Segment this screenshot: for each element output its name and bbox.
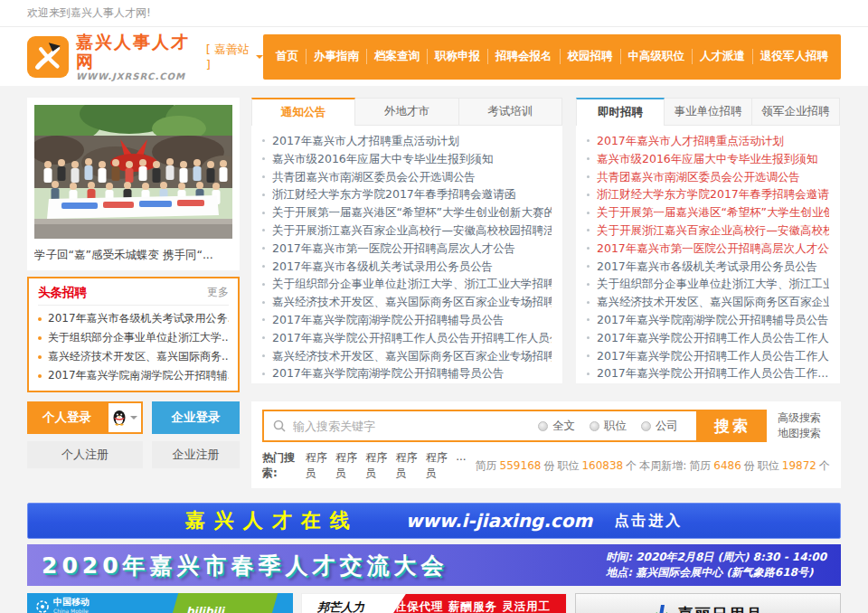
logo-icon — [30, 39, 66, 75]
site-title-block: 嘉兴人事人才网 WWW.JXRSRC.COM — [76, 32, 197, 81]
notice-item[interactable]: 嘉兴经济技术开发区、嘉兴国际商务区百家企业专场招聘会公告 — [262, 293, 552, 311]
job-fair-banner[interactable]: 2020年嘉兴市春季人才交流大会 时间: 2020年2月8日 (周六) 8:30… — [27, 544, 841, 586]
radio-icon[interactable] — [590, 421, 599, 431]
hot-word[interactable]: 程序员 — [365, 450, 389, 481]
hot-word[interactable]: 程序员 — [396, 450, 420, 481]
jobs-tab[interactable]: 领军企业招聘 — [752, 98, 840, 126]
search-button[interactable]: 搜索 — [698, 410, 767, 442]
company-login-button[interactable]: 企业登录 — [152, 401, 240, 434]
news-photo-card[interactable]: 学子回“嘉”感受禾城蝶变 携手同“... — [27, 98, 240, 270]
bangmang-line1: 社保代理 薪酬服务 灵活用工 — [395, 599, 552, 613]
radio-icon[interactable] — [641, 421, 651, 431]
jobs-list: 2017年嘉兴市人才招聘重点活动计划嘉兴市级2016年应届大中专毕业生报到须知共… — [576, 126, 840, 382]
headline-item[interactable]: 关于组织部分企事业单位赴浙江大学... — [38, 328, 229, 347]
job-item[interactable]: 嘉兴市级2016年应届大中专毕业生报到须知 — [587, 150, 829, 168]
radio-icon[interactable] — [538, 421, 548, 431]
personal-register-button[interactable]: 个人注册 — [27, 441, 143, 468]
job-item[interactable]: 2017年嘉兴市第一医院公开招聘高层次人才公告 — [587, 240, 829, 258]
personal-login-button[interactable]: 个人登录 — [27, 401, 107, 434]
notice-item[interactable]: 关于开展浙江嘉兴百家企业高校行—安徽高校校园招聘活动的通... — [262, 222, 552, 240]
job-item[interactable]: 关于开展第一届嘉兴港区“希望杯”大学生创业创... — [587, 203, 829, 222]
nav-item[interactable]: 招聘会报名 — [487, 49, 560, 64]
jobs-tab[interactable]: 事业单位招聘 — [665, 98, 752, 126]
job-item[interactable]: 浙江财经大学东方学院2017年春季招聘会邀请函 — [587, 185, 829, 203]
nav-item[interactable]: 中高级职位 — [620, 49, 693, 64]
notices-tab[interactable]: 外地才市 — [355, 98, 458, 126]
job-item[interactable]: 2017年嘉兴学院公开招聘工作人员公告工作... — [587, 364, 829, 382]
scope-option[interactable]: 职位 — [590, 419, 627, 434]
welcome-text: 欢迎来到嘉兴人事人才网! — [27, 5, 151, 21]
headline-item[interactable]: 2017年嘉兴学院南湖学院公开招聘辅... — [38, 366, 229, 385]
banner2-info: 时间: 2020年2月8日 (周六) 8:30 - 14:00 地点: 嘉兴国际… — [606, 550, 826, 580]
stat-segment: 559168 — [500, 459, 542, 472]
advanced-search-link[interactable]: 高级搜索 — [778, 410, 830, 426]
nav-item[interactable]: 职称申报 — [427, 49, 487, 64]
map-search-link[interactable]: 地图搜索 — [778, 426, 830, 441]
scope-option[interactable]: 全文 — [538, 419, 575, 434]
job-item[interactable]: 2017年嘉兴学院公开招聘工作人员公告工作人员... — [587, 329, 829, 347]
jaly-logo-icon — [653, 604, 671, 613]
search-input[interactable] — [293, 420, 538, 433]
job-item[interactable]: 2017年嘉兴市人才招聘重点活动计划 — [587, 132, 829, 150]
job-item[interactable]: 共青团嘉兴市南湖区委员会公开选调公告 — [587, 168, 829, 186]
jobs-more-link[interactable]: 更多 — [576, 382, 840, 383]
stat-segment: 职位 — [557, 459, 579, 472]
nav-item[interactable]: 首页 — [269, 49, 306, 64]
nav-item[interactable]: 档案查询 — [366, 49, 427, 64]
jobs-tab[interactable]: 即时招聘 — [576, 98, 665, 126]
notice-item[interactable]: 嘉兴经济技术开发区、嘉兴国际商务区百家企业专场招聘会公告 — [262, 347, 552, 365]
main-content: 学子回“嘉”感受禾城蝶变 携手同“... 头条招聘 更多 2017年嘉兴市各级机… — [0, 86, 868, 613]
station-selector[interactable]: [ 嘉善站 ] — [206, 42, 263, 71]
notice-item[interactable]: 2017年嘉兴市第一医院公开招聘高层次人才公告 — [262, 240, 552, 258]
nav-item[interactable]: 校园招聘 — [560, 49, 620, 64]
headline-item[interactable]: 嘉兴经济技术开发区、嘉兴国际商务... — [38, 347, 229, 366]
headline-recruit-card: 头条招聘 更多 2017年嘉兴市各级机关考试录用公务...关于组织部分企事业单位… — [27, 277, 240, 392]
notice-item[interactable]: 关于组织部分企事业单位赴浙江大学、浙江工业大学招聘人才的... — [262, 275, 552, 293]
hot-word[interactable]: 程序员 — [306, 450, 329, 481]
jaly-ad[interactable]: JALY 嘉丽日用品 — [575, 593, 841, 613]
job-item[interactable]: 2017年嘉兴市各级机关考试录用公务员公告 — [587, 258, 829, 276]
notice-item[interactable]: 共青团嘉兴市南湖区委员会公开选调公告 — [262, 168, 552, 186]
nav-item[interactable]: 退役军人招聘 — [752, 49, 835, 64]
headline-list: 2017年嘉兴市各级机关考试录用公务...关于组织部分企事业单位赴浙江大学...… — [38, 306, 229, 385]
site-logo[interactable] — [27, 36, 69, 78]
station-label: [ 嘉善站 ] — [206, 42, 252, 71]
notice-item[interactable]: 2017年嘉兴市人才招聘重点活动计划 — [262, 132, 552, 150]
bangmang-ad[interactable]: 邦芒人力 50bm.com 社保代理 薪酬服务 灵活用工 业务外包 人事代理 求… — [301, 593, 567, 613]
banner1-cta[interactable]: 点击进入 — [614, 512, 683, 531]
stat-segment: 份 — [543, 459, 554, 472]
headline-item[interactable]: 2017年嘉兴市各级机关考试录用公务... — [38, 309, 229, 328]
qq-login-button[interactable] — [107, 401, 143, 434]
headline-more-link[interactable]: 更多 — [207, 285, 229, 300]
notices-tab[interactable]: 考试培训 — [459, 98, 562, 126]
notice-item[interactable]: 2017年嘉兴学院南湖学院公开招聘辅导员公告 — [262, 364, 552, 382]
news-photo-caption[interactable]: 学子回“嘉”感受禾城蝶变 携手同“... — [34, 248, 232, 263]
notice-item[interactable]: 嘉兴市级2016年应届大中专毕业生报到须知 — [262, 150, 552, 168]
notice-item[interactable]: 2017年嘉兴学院公开招聘工作人员公告开招聘工作人员公告开... — [262, 329, 552, 347]
site-name: 嘉兴人事人才网 — [76, 32, 197, 71]
jiaxing-online-banner[interactable]: 嘉兴人才在线 www.i-jiaxing.com 点击进入 — [27, 503, 841, 539]
notices-tab[interactable]: 通知公告 — [251, 98, 355, 126]
notices-panel: 通知公告外地才市考试培训 2017年嘉兴市人才招聘重点活动计划嘉兴市级2016年… — [251, 98, 562, 383]
scope-option[interactable]: 公司 — [641, 419, 678, 434]
nav-item[interactable]: 办事指南 — [306, 49, 366, 64]
notice-item[interactable]: 关于开展第一届嘉兴港区“希望杯”大学生创业创新大赛的通知 — [262, 203, 552, 222]
job-item[interactable]: 关于开展浙江嘉兴百家企业高校行—安徽高校校园... — [587, 222, 829, 240]
job-item[interactable]: 嘉兴经济技术开发区、嘉兴国际商务区百家企业专... — [587, 293, 829, 311]
nav-item[interactable]: 人才派遣 — [692, 49, 752, 64]
hot-search-words: 程序员程序员程序员程序员程序员... — [306, 450, 473, 481]
hot-word[interactable]: ... — [456, 450, 466, 481]
hot-word[interactable]: 程序员 — [335, 450, 359, 481]
company-register-button[interactable]: 企业注册 — [152, 441, 240, 468]
notices-more-link[interactable]: 更多 — [251, 382, 562, 383]
stat-segment: 个 — [626, 459, 637, 472]
job-item[interactable]: 2017年嘉兴学院南湖学院公开招聘辅导员公告 — [587, 311, 829, 329]
notice-item[interactable]: 2017年嘉兴市各级机关考试录用公务员公告 — [262, 258, 552, 276]
notice-item[interactable]: 浙江财经大学东方学院2017年春季招聘会邀请函 — [262, 185, 552, 203]
job-item[interactable]: 关于组织部分企事业单位赴浙江大学、浙江工业大... — [587, 275, 829, 293]
china-mobile-ad[interactable]: 中国移动 China Mobile 移动花卡 bilibili 季度会员 — [27, 593, 293, 613]
bangmang-services: 社保代理 薪酬服务 灵活用工 业务外包 人事代理 求职招聘 — [380, 594, 566, 613]
notice-item[interactable]: 2017年嘉兴学院南湖学院公开招聘辅导员公告 — [262, 311, 552, 329]
job-item[interactable]: 2017年嘉兴学院公开招聘工作人员公告工作人员... — [587, 347, 829, 365]
hot-word[interactable]: 程序员 — [426, 450, 449, 481]
